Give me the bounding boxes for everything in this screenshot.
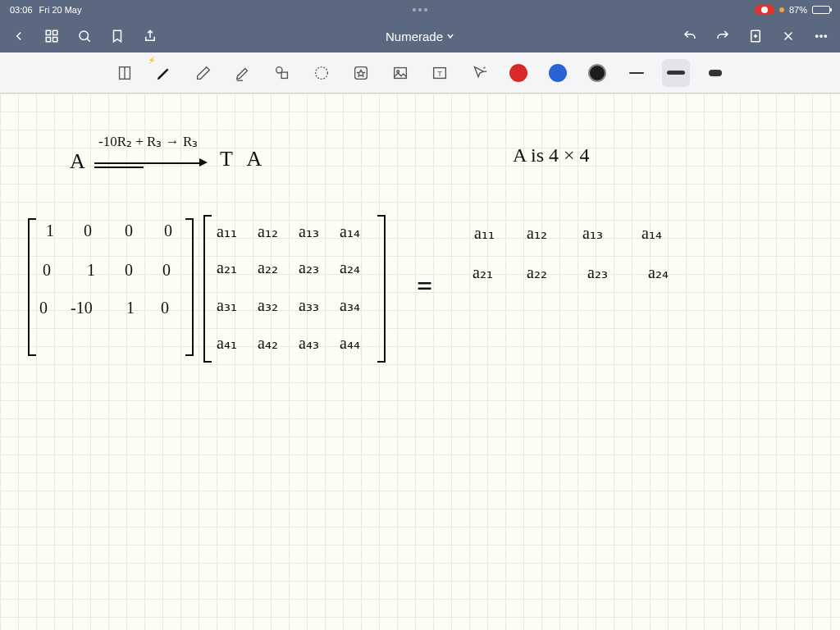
chevron-down-icon: [446, 32, 454, 40]
A-33: a₄₄: [340, 333, 360, 353]
svg-point-12: [820, 35, 822, 37]
svg-rect-2: [46, 38, 50, 42]
multitasking-dots[interactable]: [283, 8, 556, 11]
nav-bar: Numerade: [0, 20, 840, 52]
A-02: a₁₃: [299, 221, 319, 241]
svg-rect-21: [395, 67, 407, 78]
svg-rect-1: [53, 30, 57, 34]
arrow-tail: [94, 167, 144, 168]
battery-icon: [812, 6, 830, 14]
page-tool[interactable]: [111, 59, 139, 87]
T-00: 1: [46, 221, 54, 240]
close-button[interactable]: [781, 29, 796, 43]
hand-A: A: [70, 149, 85, 174]
text-tool[interactable]: T: [426, 59, 454, 87]
A-22: a₃₃: [299, 295, 319, 315]
A-13: a₂₄: [340, 258, 360, 277]
stroke-thin[interactable]: [623, 59, 651, 87]
status-date: Fri 20 May: [39, 5, 82, 15]
R-01: a₁₂: [527, 223, 547, 243]
color-red[interactable]: [504, 59, 532, 87]
T-20: 0: [39, 299, 48, 317]
bookmark-button[interactable]: [110, 29, 125, 43]
bracket-T-right: [185, 218, 194, 356]
svg-point-11: [816, 35, 818, 37]
hand-TA: T A: [220, 147, 267, 171]
T-11: 1: [87, 261, 95, 280]
A-20: a₃₁: [217, 295, 237, 315]
lasso-tool[interactable]: [308, 59, 336, 87]
hand-size: A is 4 × 4: [513, 144, 590, 167]
svg-rect-0: [46, 30, 50, 34]
A-11: a₂₂: [258, 258, 278, 277]
grid-button[interactable]: [44, 29, 59, 43]
T-02: 0: [125, 221, 133, 240]
redo-button[interactable]: [715, 29, 730, 43]
svg-line-5: [87, 39, 90, 42]
svg-point-4: [80, 31, 89, 40]
bracket-A-right: [377, 215, 386, 363]
title-text: Numerade: [386, 30, 443, 43]
svg-rect-18: [281, 72, 287, 78]
arrow: [94, 162, 201, 164]
R-12: a₂₃: [587, 262, 608, 282]
bluetooth-icon: ⚡: [148, 57, 156, 64]
eraser-tool[interactable]: [189, 59, 217, 87]
T-10: 0: [43, 261, 51, 280]
favorites-tool[interactable]: [347, 59, 375, 87]
stroke-thick[interactable]: [701, 59, 729, 87]
bracket-A-left: [203, 215, 212, 363]
battery-percent: 87%: [789, 5, 807, 15]
document-title[interactable]: Numerade: [386, 30, 454, 43]
A-00: a₁₁: [217, 221, 237, 241]
svg-point-19: [316, 66, 328, 79]
T-23: 0: [161, 299, 169, 317]
svg-line-25: [484, 66, 486, 68]
drawing-canvas[interactable]: A -10R₂ + R₃ → R₃ T A A is 4 × 4 1 0 0 0…: [0, 94, 840, 630]
color-black[interactable]: [583, 59, 611, 87]
status-time: 03:06: [10, 5, 33, 15]
A-23: a₃₄: [340, 295, 360, 315]
T-13: 0: [162, 261, 171, 280]
R-00: a₁₁: [474, 223, 495, 243]
shape-tool[interactable]: [268, 59, 296, 87]
color-blue[interactable]: [544, 59, 572, 87]
screen-record-indicator[interactable]: [755, 5, 774, 15]
R-13: a₂₄: [648, 262, 669, 282]
search-button[interactable]: [77, 29, 92, 43]
back-button[interactable]: [11, 29, 26, 43]
R-11: a₂₂: [527, 262, 547, 282]
A-21: a₃₂: [258, 295, 278, 315]
arrow-head: [199, 158, 208, 167]
T-22: 1: [126, 299, 135, 317]
pointer-tool[interactable]: [465, 59, 493, 87]
A-12: a₂₃: [299, 258, 319, 277]
A-32: a₄₃: [299, 333, 319, 353]
R-10: a₂₁: [472, 262, 493, 282]
svg-text:T: T: [437, 69, 442, 77]
share-button[interactable]: [143, 29, 158, 43]
svg-point-13: [824, 35, 826, 37]
T-01: 0: [84, 221, 92, 240]
image-tool[interactable]: [386, 59, 414, 87]
hand-op: -10R₂ + R₃ → R₃: [98, 133, 198, 150]
A-10: a₂₁: [217, 258, 237, 277]
mic-indicator: [779, 7, 784, 12]
stroke-medium[interactable]: [662, 59, 690, 87]
A-03: a₁₄: [340, 221, 360, 241]
svg-rect-3: [53, 38, 57, 42]
status-bar: 03:06 Fri 20 May 87%: [0, 0, 840, 20]
more-button[interactable]: [814, 29, 829, 43]
undo-button[interactable]: [682, 29, 697, 43]
A-31: a₄₂: [258, 333, 278, 353]
R-03: a₁₄: [641, 223, 662, 243]
highlighter-tool[interactable]: [229, 59, 257, 87]
pen-tool[interactable]: ⚡: [150, 59, 178, 87]
add-page-button[interactable]: [748, 29, 763, 43]
toolbar: ⚡ T: [0, 52, 840, 94]
A-30: a₄₁: [217, 333, 237, 353]
equals-sign: =: [417, 271, 432, 302]
T-03: 0: [164, 221, 172, 240]
T-12: 0: [125, 261, 133, 280]
R-02: a₁₃: [582, 223, 603, 243]
